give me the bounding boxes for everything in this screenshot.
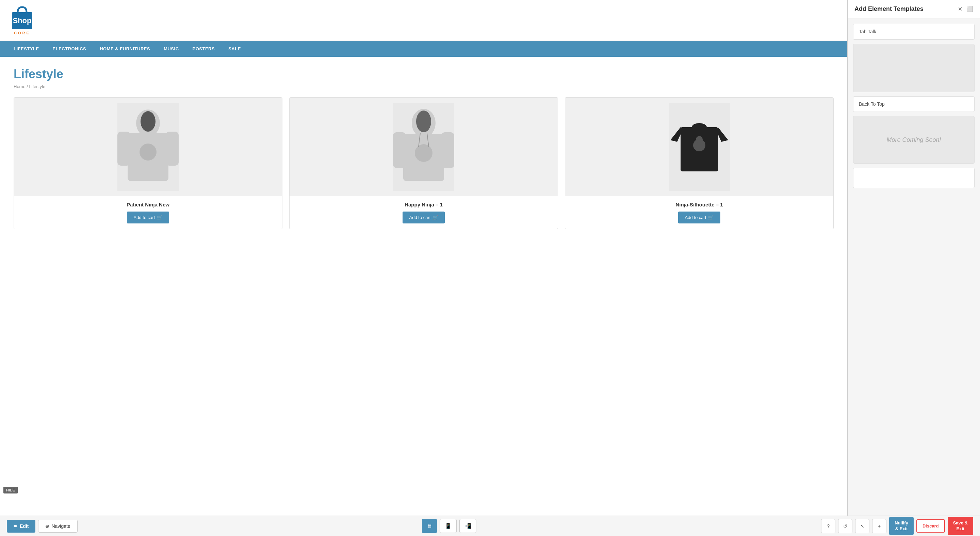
right-panel: Add Element Templates ✕ ⬜ Tab Talk Back …: [847, 0, 980, 515]
template-item-preview[interactable]: [853, 44, 975, 92]
nav-posters[interactable]: POSTERS: [186, 41, 222, 57]
product-image-2: [393, 103, 454, 191]
desktop-icon: 🖥: [427, 523, 432, 529]
svg-point-11: [416, 111, 431, 132]
cart-icon: 🛒: [433, 215, 438, 220]
tablet-icon: 📱: [445, 523, 452, 529]
logo-text: CORE: [14, 31, 30, 35]
nav-sale[interactable]: SALE: [221, 41, 248, 57]
add-to-cart-label: Add to cart: [685, 215, 706, 220]
site-header: Shop CORE: [0, 0, 847, 41]
product-card: Ninja-Silhouette – 1 Add to cart 🛒: [565, 97, 834, 229]
template-item-tab-talk[interactable]: Tab Talk: [853, 24, 975, 40]
hide-badge[interactable]: HIDE: [3, 487, 18, 493]
template-item-more-coming-soon: More Coming Soon!: [853, 116, 975, 163]
svg-point-8: [140, 144, 156, 160]
save-label: Save &Exit: [953, 520, 968, 531]
product-image-3: [669, 103, 730, 191]
expand-button[interactable]: ⬜: [966, 6, 973, 12]
product-name: Patient Ninja New: [19, 202, 277, 208]
product-info: Patient Ninja New Add to cart 🛒: [14, 196, 282, 229]
tablet-view-button[interactable]: 📱: [440, 519, 457, 533]
bottom-toolbar: ✏ Edit ⊕ Navigate 🖥 📱 📲 ? ↺ ↖ +: [0, 515, 980, 536]
products-grid: Patient Ninja New Add to cart 🛒: [14, 97, 834, 229]
panel-title: Add Element Templates: [854, 5, 924, 13]
add-button[interactable]: +: [872, 519, 886, 533]
history-button[interactable]: ↺: [838, 519, 853, 533]
add-to-cart-button[interactable]: Add to cart 🛒: [678, 211, 721, 224]
product-image-1: [118, 103, 179, 191]
product-image: [290, 98, 558, 196]
navigate-label: Navigate: [51, 523, 70, 529]
nav-home-furnitures[interactable]: HOME & FURNITURES: [93, 41, 157, 57]
edit-icon: ✏: [14, 523, 18, 529]
toolbar-right: ? ↺ ↖ + Nullify& Exit Discard Save &Exit: [821, 517, 973, 535]
svg-rect-7: [166, 132, 179, 166]
breadcrumb-current: Lifestyle: [29, 84, 46, 89]
logo-icon: Shop: [10, 5, 34, 31]
panel-header: Add Element Templates ✕ ⬜: [848, 0, 980, 18]
plus-icon: +: [878, 523, 881, 529]
discard-button[interactable]: Discard: [916, 519, 945, 533]
svg-rect-13: [393, 132, 406, 168]
help-icon: ?: [827, 523, 830, 529]
history-icon: ↺: [843, 523, 847, 529]
more-coming-soon-text: More Coming Soon!: [886, 136, 941, 144]
back-to-top-label: Back To Top: [859, 101, 969, 107]
template-preview: [853, 44, 974, 92]
nav-electronics[interactable]: ELECTRONICS: [46, 41, 93, 57]
svg-text:Shop: Shop: [13, 16, 32, 25]
breadcrumb: Home / Lifestyle: [14, 84, 834, 89]
product-image: [565, 98, 833, 196]
edit-button[interactable]: ✏ Edit: [7, 520, 35, 533]
cursor-icon: ↖: [860, 523, 864, 529]
nullify-exit-button[interactable]: Nullify& Exit: [889, 517, 914, 535]
nullify-label: Nullify& Exit: [894, 520, 908, 531]
add-to-cart-button[interactable]: Add to cart 🛒: [127, 211, 169, 224]
product-card: Happy Ninja – 1 Add to cart 🛒: [289, 97, 558, 229]
svg-point-24: [696, 136, 703, 143]
page-content: Lifestyle Home / Lifestyle: [0, 57, 847, 515]
save-exit-button[interactable]: Save &Exit: [948, 517, 973, 535]
template-item-empty: [853, 168, 975, 188]
svg-rect-14: [441, 132, 454, 168]
product-name: Happy Ninja – 1: [295, 202, 552, 208]
product-info: Ninja-Silhouette – 1 Add to cart 🛒: [565, 196, 833, 229]
product-info: Happy Ninja – 1 Add to cart 🛒: [290, 196, 558, 229]
template-item-back-to-top[interactable]: Back To Top: [853, 96, 975, 112]
cart-icon: 🛒: [157, 215, 162, 220]
breadcrumb-separator: /: [25, 84, 29, 89]
product-name: Ninja-Silhouette – 1: [571, 202, 828, 208]
cart-icon: 🛒: [708, 215, 714, 220]
product-image: [14, 98, 282, 196]
template-label: Tab Talk: [853, 24, 974, 40]
desktop-view-button[interactable]: 🖥: [422, 519, 437, 533]
add-to-cart-button[interactable]: Add to cart 🛒: [402, 211, 445, 224]
navigate-icon: ⊕: [45, 523, 49, 529]
svg-point-15: [415, 144, 433, 162]
svg-point-4: [140, 111, 156, 132]
panel-body: Tab Talk Back To Top More Coming Soon!: [848, 18, 980, 515]
page-title: Lifestyle: [14, 67, 834, 81]
svg-rect-6: [118, 132, 130, 166]
mobile-view-button[interactable]: 📲: [460, 519, 476, 533]
nav-music[interactable]: MUSIC: [157, 41, 185, 57]
toolbar-left: ✏ Edit ⊕ Navigate: [7, 520, 78, 533]
close-button[interactable]: ✕: [958, 6, 962, 12]
site-nav: LIFESTYLE ELECTRONICS HOME & FURNITURES …: [0, 41, 847, 57]
add-to-cart-label: Add to cart: [409, 215, 431, 220]
product-card: Patient Ninja New Add to cart 🛒: [14, 97, 282, 229]
cursor-button[interactable]: ↖: [855, 519, 869, 533]
nav-lifestyle[interactable]: LIFESTYLE: [7, 41, 46, 57]
mobile-icon: 📲: [465, 523, 471, 529]
logo[interactable]: Shop CORE: [10, 5, 34, 35]
navigate-button[interactable]: ⊕ Navigate: [38, 520, 77, 533]
panel-header-icons: ✕ ⬜: [958, 6, 973, 12]
toolbar-center: 🖥 📱 📲: [422, 519, 476, 533]
breadcrumb-home[interactable]: Home: [14, 84, 25, 89]
edit-label: Edit: [20, 523, 29, 529]
help-button[interactable]: ?: [821, 519, 835, 533]
add-to-cart-label: Add to cart: [134, 215, 155, 220]
